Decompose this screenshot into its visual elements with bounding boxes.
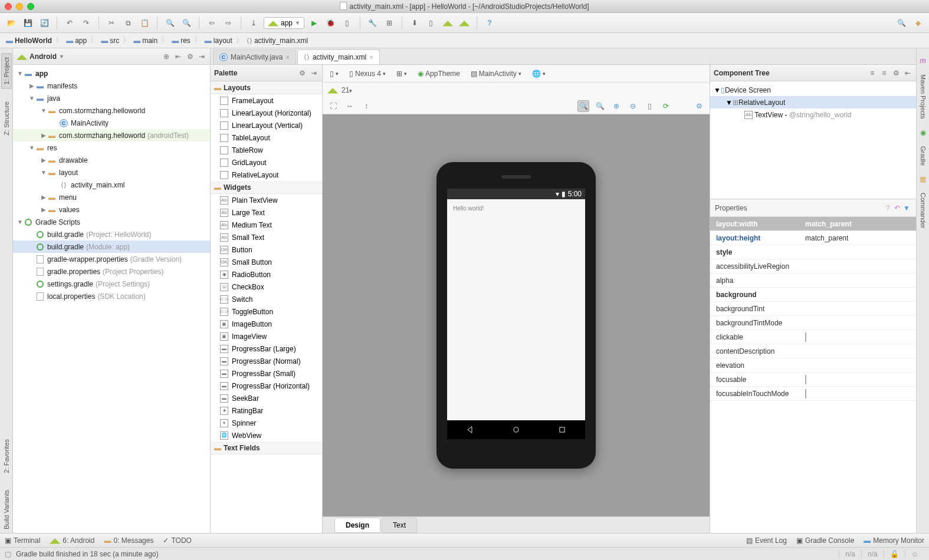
palette-item[interactable]: LinearLayout (Horizontal)	[211, 107, 322, 119]
android-monitor-icon[interactable]: ◢◣	[441, 17, 454, 29]
close-tab-icon[interactable]: ×	[285, 54, 289, 61]
redo-icon[interactable]: ↷	[80, 17, 93, 29]
event-log-tab[interactable]: ▤ Event Log	[746, 536, 787, 545]
find-icon[interactable]: 🔍	[163, 17, 176, 29]
gear-icon[interactable]: ⚙	[185, 52, 195, 61]
debug-button[interactable]: 🐞	[324, 17, 337, 29]
open-icon[interactable]: 📂	[5, 17, 18, 29]
property-row[interactable]: focusableInTouchMode	[710, 387, 916, 401]
gutter-tab-build-variants[interactable]: Build Variants	[2, 486, 11, 533]
hide-icon[interactable]: ⇤	[903, 68, 912, 78]
run-config-selector[interactable]: ◢◣ app ▼	[264, 17, 304, 29]
tree-node-gradle-file[interactable]: build.gradle(Project: HelloWorld)	[13, 228, 210, 241]
api-level-selector[interactable]: 21▾	[342, 86, 352, 94]
close-window-button[interactable]	[5, 3, 12, 10]
screenshot-icon[interactable]: ▯	[644, 100, 655, 112]
property-row[interactable]: focusable	[710, 373, 916, 387]
palette-group-widgets[interactable]: ▬Widgets	[211, 181, 322, 194]
property-row[interactable]: background	[710, 288, 916, 302]
property-row[interactable]: elevation	[710, 358, 916, 373]
collapse-all-icon[interactable]: ⇤	[173, 52, 183, 61]
palette-item[interactable]: FrameLayout	[211, 94, 322, 107]
palette-item[interactable]: OKSmall Button	[211, 256, 322, 268]
memory-monitor-tab[interactable]: ▬ Memory Monitor	[864, 536, 924, 545]
save-icon[interactable]: 💾	[21, 17, 34, 29]
sdk-icon[interactable]: ⬇	[408, 17, 421, 29]
android-ddms-icon[interactable]: ◢◣	[458, 17, 471, 29]
collapse-icon[interactable]: ≡	[879, 68, 889, 78]
palette-item[interactable]: LinearLayout (Vertical)	[211, 119, 322, 131]
breadcrumb-item[interactable]: ▬HelloWorld	[4, 35, 54, 46]
project-tree[interactable]: ▼▬app ▶▬manifests ▼▬java ▼▬com.stormzhan…	[13, 65, 210, 533]
hector-icon[interactable]: ☺	[905, 550, 924, 558]
shrink-v-icon[interactable]: ↕	[360, 100, 372, 112]
tree-node-gradle-file[interactable]: build.gradle(Module: app)	[13, 241, 210, 253]
breadcrumb-item[interactable]: ▬res	[169, 35, 193, 46]
tree-node-drawable[interactable]: ▶▬drawable	[13, 154, 210, 166]
property-row[interactable]: layout:heightmatch_parent	[710, 231, 916, 245]
gear-icon[interactable]: ⚙	[891, 68, 901, 78]
hide-icon[interactable]: ⇥	[197, 52, 206, 61]
breadcrumb-item[interactable]: ▬app	[64, 35, 89, 46]
device-selector[interactable]: ▯ Nexus 4▾	[347, 68, 388, 79]
property-value[interactable]	[802, 390, 916, 398]
design-surface[interactable]: ▾ ▮ 5:00 Hello world!	[323, 114, 710, 516]
gear-icon[interactable]: ⚙	[297, 68, 307, 78]
tree-node-res[interactable]: ▼▬res	[13, 141, 210, 154]
cut-icon[interactable]: ✂	[105, 17, 118, 29]
copy-icon[interactable]: ⧉	[122, 17, 134, 29]
property-row-header[interactable]: layout:width match_parent	[710, 217, 916, 231]
tree-node-props-file[interactable]: local.properties(SDK Location)	[13, 290, 210, 302]
gutter-tab-maven[interactable]: Maven Projects	[918, 71, 928, 123]
property-row[interactable]: contentDescription	[710, 344, 916, 358]
expand-icon[interactable]: ≡	[868, 68, 877, 78]
undo-icon[interactable]: ↶	[63, 17, 76, 29]
gutter-tab-commander[interactable]: Commander	[918, 189, 928, 232]
minimize-window-button[interactable]	[16, 3, 23, 10]
gradle-console-tab[interactable]: ▣ Gradle Console	[796, 536, 854, 545]
expand-icon[interactable]: ⛶	[327, 100, 339, 112]
palette-item[interactable]: TableLayout	[211, 131, 322, 144]
settings-dropdown-icon[interactable]: ◆	[911, 17, 924, 29]
hide-icon[interactable]: ⇥	[309, 68, 319, 78]
palette-item[interactable]: AbMedium Text	[211, 219, 322, 231]
gutter-tab-favorites[interactable]: 2: Favorites	[2, 436, 11, 476]
shrink-h-icon[interactable]: ↔	[344, 100, 356, 112]
orientation-selector[interactable]: ▯▾	[327, 68, 341, 79]
settings-gear-icon[interactable]: ⚙	[693, 100, 705, 112]
help-icon[interactable]: ?	[883, 203, 892, 213]
checkbox[interactable]	[805, 375, 806, 384]
close-tab-icon[interactable]: ×	[369, 54, 373, 61]
zoom-fit-icon[interactable]: 🔍	[577, 100, 589, 112]
palette-item[interactable]: AbSmall Text	[211, 231, 322, 243]
text-tab[interactable]: Text	[382, 518, 417, 533]
restore-icon[interactable]: ↶	[892, 203, 902, 213]
gutter-tab-project[interactable]: 1: Project	[1, 53, 12, 88]
zoom-in-icon[interactable]: ⊕	[610, 100, 622, 112]
paste-icon[interactable]: 📋	[138, 17, 151, 29]
property-row[interactable]: clickable	[710, 330, 916, 344]
breadcrumb-item[interactable]: ▬main	[131, 35, 160, 46]
tree-node-class[interactable]: CMainActivity	[13, 117, 210, 129]
property-row[interactable]: alpha	[710, 274, 916, 288]
config-selector[interactable]: ⊞▾	[394, 68, 409, 79]
tree-node-manifests[interactable]: ▶▬manifests	[13, 80, 210, 92]
palette-item[interactable]: GridLayout	[211, 156, 322, 169]
palette-item[interactable]: ☑CheckBox	[211, 281, 322, 293]
tree-node-layout[interactable]: ▼▬layout	[13, 166, 210, 179]
gutter-tab-structure[interactable]: Z: Structure	[2, 98, 11, 139]
tree-node-xml-file[interactable]: ⟨⟩activity_main.xml	[13, 179, 210, 191]
breadcrumb-item[interactable]: ▬layout	[202, 35, 235, 46]
property-row[interactable]: backgroundTint	[710, 302, 916, 316]
lock-icon[interactable]: 🔓	[884, 550, 905, 558]
forward-icon[interactable]: ⇨	[222, 17, 235, 29]
property-value[interactable]	[802, 375, 916, 384]
structure-icon[interactable]: ⊞	[383, 17, 396, 29]
palette-item[interactable]: ▬ProgressBar (Small)	[211, 367, 322, 380]
scroll-to-source-icon[interactable]: ⊕	[162, 52, 171, 61]
palette-item[interactable]: AbLarge Text	[211, 206, 322, 219]
device-screen[interactable]: ▾ ▮ 5:00 Hello world!	[447, 189, 585, 439]
property-value[interactable]	[802, 333, 916, 341]
messages-tab[interactable]: ▬ 0: Messages	[104, 536, 153, 545]
zoom-out-icon[interactable]: ⊖	[627, 100, 639, 112]
